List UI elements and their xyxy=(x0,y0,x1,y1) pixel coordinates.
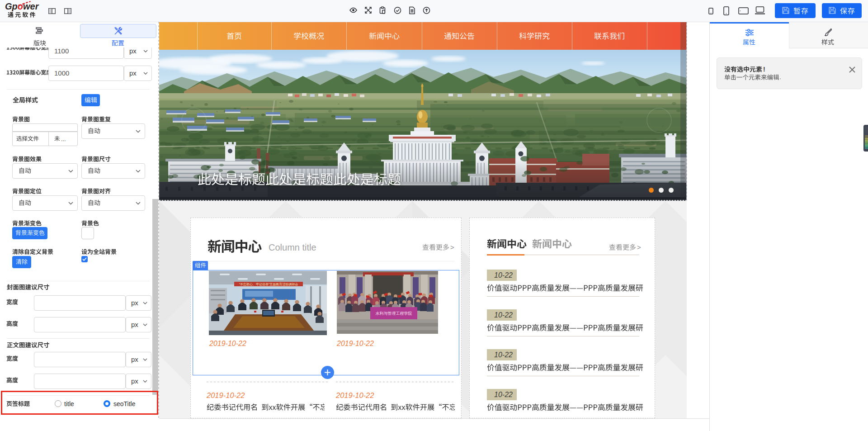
svg-text:水利与管理工程学院: 水利与管理工程学院 xyxy=(376,311,412,316)
svg-text:“不忘初心、牢记使命”主题教育活动调研会: “不忘初心、牢记使命”主题教育活动调研会 xyxy=(239,282,298,286)
